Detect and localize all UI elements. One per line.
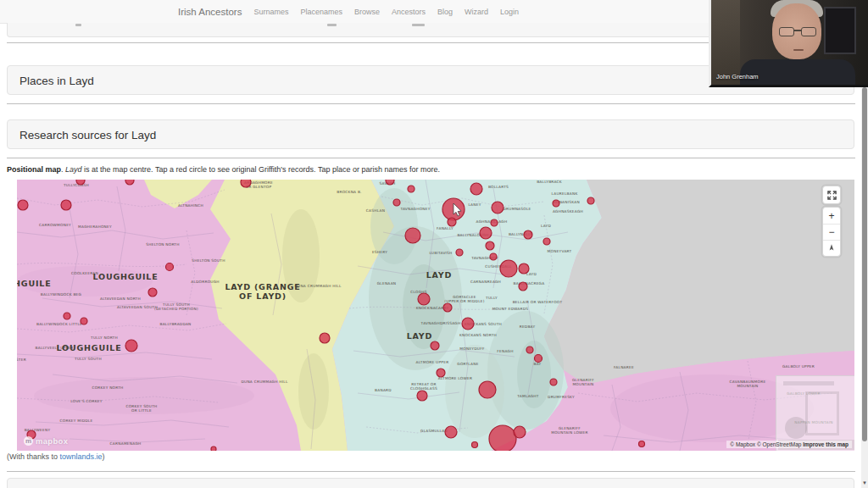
griffiths-record-circle[interactable] (526, 347, 533, 353)
scrollbar-down-arrow[interactable]: ▼ (861, 478, 868, 488)
townland-label[interactable]: TAVNAGHONEY (399, 207, 430, 211)
townland-label[interactable]: CASHLAN (366, 208, 385, 213)
griffiths-record-circle[interactable] (211, 446, 216, 451)
townland-label[interactable]: TULLY (485, 296, 498, 300)
griffiths-record-circle[interactable] (437, 369, 445, 377)
griffiths-record-circle[interactable] (393, 199, 400, 206)
griffiths-record-circle[interactable] (550, 379, 557, 385)
nav-login[interactable]: Login (500, 8, 519, 16)
townland-label[interactable]: ALTMORE UPPER (416, 360, 449, 364)
parish-map-svg[interactable]: TULLYCOASHCARROWMONEYMAGHERAHONEYALTNAHI… (17, 180, 854, 451)
griffiths-record-circle[interactable] (417, 391, 427, 401)
griffiths-record-circle[interactable] (535, 355, 542, 363)
townland-label[interactable]: MOUNT EDWARDS (492, 307, 529, 311)
townland-label[interactable]: REDBAY (520, 324, 536, 329)
townland-label[interactable]: ALDORROUGH (191, 280, 220, 284)
griffiths-record-circle[interactable] (500, 260, 517, 277)
townland-label[interactable]: AGHNASKEAGH (553, 209, 583, 214)
parish-label[interactable]: LOUGHGUILE (57, 343, 122, 352)
townland-label[interactable]: FENAGH (497, 349, 513, 353)
townland-label[interactable]: BALLYBRADDAN (159, 322, 191, 326)
townland-label[interactable]: GLENAAN (377, 281, 397, 286)
page-scrollbar[interactable]: ▼ (861, 87, 868, 488)
attribution-mapbox-link[interactable]: © Mapbox (730, 441, 755, 447)
griffiths-record-circle[interactable] (166, 263, 174, 271)
townland-label[interactable]: MAGHERAHONEY (78, 225, 112, 229)
griffiths-record-circle[interactable] (490, 253, 497, 260)
townland-label[interactable]: MONEYDUFF (459, 347, 485, 351)
nav-blog[interactable]: Blog (437, 8, 453, 16)
attribution-osm-link[interactable]: © OpenStreetMap (757, 441, 801, 447)
griffiths-record-circle[interactable] (148, 288, 157, 297)
positional-map[interactable]: TULLYCOASHCARROWMONEYMAGHERAHONEYALTNAHI… (17, 180, 854, 451)
townland-label[interactable]: CARNAMENAGH (110, 441, 142, 446)
griffiths-record-circle[interactable] (61, 200, 71, 210)
griffiths-record-circle[interactable] (76, 180, 85, 185)
griffiths-record-circle[interactable] (543, 238, 550, 245)
townland-label[interactable]: DRUMFRESKY (548, 395, 575, 399)
griffiths-record-circle[interactable] (486, 241, 494, 250)
townland-label[interactable]: BROCKNA B. (337, 190, 361, 194)
griffiths-record-circle[interactable] (519, 282, 527, 291)
research-panel[interactable]: Research sources for Layd (7, 119, 854, 149)
griffiths-record-circle[interactable] (418, 293, 430, 305)
townland-label[interactable]: GALBOLY UPPER (782, 364, 815, 369)
parish-label[interactable]: LAYD (407, 331, 432, 341)
griffiths-record-circle[interactable] (639, 441, 645, 447)
townland-label[interactable]: TULLYCOASH (63, 183, 89, 187)
griffiths-record-circle[interactable] (489, 425, 516, 451)
griffiths-record-circle[interactable] (587, 197, 594, 204)
griffiths-record-circle[interactable] (491, 219, 498, 226)
townland-label[interactable]: BALLYNACREGA (514, 281, 545, 286)
townland-label[interactable]: KNOCKANS NORTH (459, 333, 497, 337)
griffiths-record-circle[interactable] (125, 340, 137, 352)
griffiths-record-circle[interactable] (320, 333, 330, 343)
parish-label[interactable]: LAYD (426, 270, 452, 280)
townland-label[interactable]: LAURELBANK (551, 191, 577, 196)
townland-label[interactable]: LANEY (468, 202, 481, 207)
griffiths-record-circle[interactable] (462, 318, 474, 330)
griffiths-record-circle[interactable] (18, 200, 28, 210)
townland-label[interactable]: BOLLARTS (488, 185, 509, 189)
townland-label[interactable]: LUBITAVISH (429, 251, 452, 255)
griffiths-record-circle[interactable] (479, 381, 496, 398)
townland-label[interactable]: CORKEY MIDDLE (60, 419, 93, 423)
griffiths-record-circle[interactable] (443, 303, 452, 312)
townland-label[interactable]: GLENARIFFMOUNTAIN (572, 378, 594, 386)
townland-label[interactable]: TAVNAGHDRISSAGH (420, 321, 461, 325)
compass-button[interactable] (823, 240, 840, 256)
townlands-link[interactable]: townlands.ie (60, 452, 103, 461)
mapbox-logo[interactable]: m mapbox (24, 436, 68, 446)
nav-wizard[interactable]: Wizard (465, 8, 488, 16)
townland-label[interactable]: BALLYWINDOCK BEG (41, 292, 81, 297)
townland-label[interactable]: LAYD (526, 272, 537, 276)
griffiths-record-circle[interactable] (492, 202, 504, 214)
griffiths-record-circle[interactable] (553, 200, 559, 207)
fullscreen-button[interactable] (822, 186, 841, 204)
townland-label[interactable]: DUNA CRUMMAGH HILL (241, 380, 287, 384)
griffiths-record-circle[interactable] (524, 230, 532, 239)
griffiths-record-circle[interactable] (456, 249, 463, 256)
nav-browse[interactable]: Browse (354, 8, 380, 16)
townland-label[interactable]: BELLAIR OR WATERFOOT (513, 300, 563, 304)
townland-label[interactable]: TULLY NORTH (90, 336, 118, 340)
townland-label[interactable]: GORTLANE (457, 362, 478, 366)
townland-label[interactable]: DUNA CRUMMAGH HILL (294, 284, 341, 288)
griffiths-record-circle[interactable] (445, 426, 457, 438)
townland-label[interactable]: LOVE'S CORKEY (70, 399, 102, 403)
parish-label[interactable]: LOUGHGUILE (93, 272, 159, 281)
griffiths-record-circle[interactable] (431, 341, 439, 350)
townland-label[interactable]: BALLYWINDOCK LITTLE (36, 322, 82, 326)
griffiths-record-circle[interactable] (64, 313, 70, 319)
griffiths-record-circle[interactable] (386, 180, 394, 185)
griffiths-record-circle[interactable] (519, 263, 529, 274)
townland-label[interactable]: FANALLY (437, 226, 453, 230)
townland-label[interactable]: ALTAVEEDAN SOUTH (117, 305, 158, 309)
townland-label[interactable]: TULLY SOUTH (74, 357, 102, 361)
townland-label[interactable]: RETREAT ORCLOGHGLASS (410, 382, 437, 391)
townland-label[interactable]: ALTNAHINCH (178, 203, 203, 208)
griffiths-record-circle[interactable] (470, 183, 482, 195)
townland-label[interactable]: LAYD (541, 224, 551, 228)
griffiths-record-circle[interactable] (81, 318, 87, 324)
nav-placenames[interactable]: Placenames (300, 8, 342, 16)
